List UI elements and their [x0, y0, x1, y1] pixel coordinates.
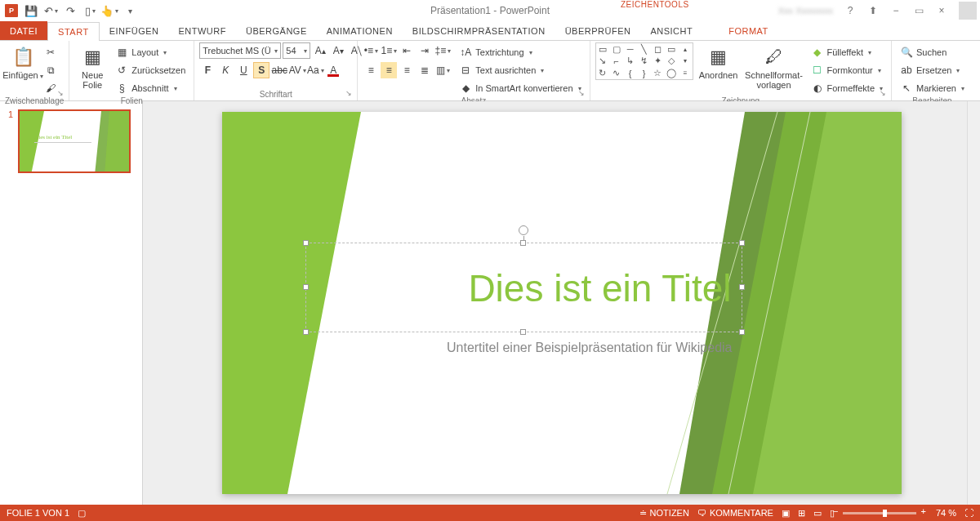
font-color-icon[interactable]: A: [325, 62, 341, 78]
shape-effects-button[interactable]: ◐Formeffekte▾: [808, 80, 887, 96]
tab-entwurf[interactable]: ENTWURF: [168, 21, 236, 40]
dialog-launcher-icon[interactable]: ↘: [57, 89, 67, 99]
replace-button[interactable]: abErsetzen▾: [897, 62, 968, 78]
rotate-handle[interactable]: [519, 225, 528, 235]
spellcheck-icon[interactable]: ▢: [78, 508, 86, 519]
resize-handle[interactable]: [739, 329, 745, 335]
dialog-launcher-icon[interactable]: ↘: [578, 89, 588, 99]
font-size-select[interactable]: 54▾: [283, 42, 310, 59]
tab-uebergaenge[interactable]: ÜBERGÄNGE: [236, 21, 317, 40]
restore-icon[interactable]: ▭: [910, 2, 928, 19]
account-name[interactable]: Xxx Xxxxxxxx: [778, 6, 833, 16]
resize-handle[interactable]: [303, 240, 309, 246]
text-direction-button[interactable]: ↕ATextrichtung▾: [456, 44, 584, 60]
dialog-launcher-icon[interactable]: ↘: [345, 89, 355, 99]
bold-icon[interactable]: F: [199, 62, 216, 78]
tab-animationen[interactable]: ANIMATIONEN: [317, 21, 403, 40]
italic-icon[interactable]: K: [217, 62, 234, 78]
align-right-icon[interactable]: ≡: [399, 62, 415, 78]
dialog-launcher-icon[interactable]: ↘: [880, 89, 889, 99]
align-center-icon[interactable]: ≡: [381, 62, 397, 78]
outline-icon: ☐: [811, 65, 824, 76]
resize-handle[interactable]: [303, 284, 309, 290]
tab-ansicht[interactable]: ANSICHT: [640, 21, 702, 40]
quick-styles-button[interactable]: 🖊 Schnellformat- vorlagen: [744, 42, 804, 90]
comments-button[interactable]: 🗨 KOMMENTARE: [697, 508, 773, 518]
align-text-button[interactable]: ⊟Text ausrichten▾: [456, 62, 584, 78]
slide[interactable]: Dies ist ein Titel Untertitel einer Beis…: [222, 112, 902, 494]
avatar[interactable]: [959, 2, 977, 20]
paste-label: Einfügen: [2, 70, 38, 80]
start-from-beginning-icon[interactable]: ▯▾: [82, 2, 98, 19]
layout-icon: ▦: [115, 47, 128, 58]
normal-view-icon[interactable]: ▣: [782, 508, 790, 519]
change-case-icon[interactable]: Aa▾: [307, 62, 323, 78]
ribbon: 📋 Einfügen▾ ✂ ⧉ 🖌 Zwischenablage ↘ ▦ Neu…: [0, 41, 980, 101]
underline-icon[interactable]: U: [235, 62, 252, 78]
new-slide-button[interactable]: ▦ Neue Folie: [74, 42, 110, 90]
bullets-icon[interactable]: •≡▾: [363, 42, 379, 59]
decrease-indent-icon[interactable]: ⇤: [399, 42, 415, 59]
justify-icon[interactable]: ≣: [416, 62, 433, 78]
tab-bildschirmpraesentation[interactable]: BILDSCHIRMPRÄSENTATION: [403, 21, 555, 40]
increase-indent-icon[interactable]: ⇥: [416, 42, 433, 59]
cut-icon[interactable]: ✂: [42, 44, 59, 60]
align-left-icon[interactable]: ≡: [363, 62, 379, 78]
reset-button[interactable]: ↺Zurücksetzen: [112, 62, 189, 78]
shrink-font-icon[interactable]: A▾: [330, 42, 346, 59]
columns-icon[interactable]: ▥▾: [434, 62, 451, 78]
zoom-slider[interactable]: [843, 512, 916, 514]
touch-mode-icon[interactable]: 👆▾: [101, 2, 118, 19]
slide-title-text[interactable]: Dies ist ein Titel: [306, 243, 742, 310]
shape-fill-button[interactable]: ◆Fülleffekt▾: [808, 44, 887, 60]
format-painter-icon[interactable]: 🖌: [42, 80, 59, 96]
notes-button[interactable]: ≐ NOTIZEN: [639, 508, 689, 519]
undo-icon[interactable]: ↶▾: [42, 2, 59, 19]
line-spacing-icon[interactable]: ‡≡▾: [434, 42, 451, 59]
shapes-gallery[interactable]: ▭▢─╲◻▭▴ ↘⌐↳↯✦◇▾ ↻∿{}☆◯≡: [595, 42, 693, 80]
paste-button[interactable]: 📋 Einfügen▾: [5, 42, 41, 82]
fit-to-window-icon[interactable]: ⛶: [964, 508, 973, 518]
app-icon[interactable]: P: [3, 2, 20, 19]
arrange-button[interactable]: ▦ Anordnen: [697, 42, 741, 80]
zoom-level[interactable]: 74 %: [936, 508, 956, 518]
find-button[interactable]: 🔍Suchen: [897, 44, 968, 60]
grow-font-icon[interactable]: A▴: [312, 42, 328, 59]
close-icon[interactable]: ×: [933, 2, 951, 19]
resize-handle[interactable]: [520, 329, 526, 335]
minimize-icon[interactable]: −: [887, 2, 905, 19]
tab-datei[interactable]: DATEI: [0, 21, 47, 40]
vertical-scrollbar[interactable]: [967, 101, 980, 505]
numbering-icon[interactable]: 1≡▾: [381, 42, 397, 59]
save-icon[interactable]: 💾: [23, 2, 39, 19]
resize-handle[interactable]: [303, 329, 309, 335]
tab-ueberpruefen[interactable]: ÜBERPRÜFEN: [555, 21, 641, 40]
tab-format[interactable]: FORMAT: [719, 21, 778, 40]
layout-button[interactable]: ▦Layout▾: [112, 44, 189, 60]
reading-view-icon[interactable]: ▭: [813, 508, 822, 519]
resize-handle[interactable]: [520, 240, 526, 246]
resize-handle[interactable]: [739, 284, 745, 290]
char-spacing-icon[interactable]: AV▾: [289, 62, 305, 78]
select-button[interactable]: ↖Markieren▾: [897, 80, 968, 96]
arrange-icon: ▦: [706, 46, 731, 69]
help-icon[interactable]: ?: [841, 2, 859, 19]
ribbon-display-icon[interactable]: ⬆: [864, 2, 882, 19]
redo-icon[interactable]: ↷: [62, 2, 78, 19]
tab-start[interactable]: START: [47, 22, 100, 41]
smartart-button[interactable]: ◆In SmartArt konvertieren▾: [456, 80, 584, 96]
copy-icon[interactable]: ⧉: [42, 62, 59, 78]
slide-subtitle-text[interactable]: Untertitel einer Beispielpräsentation fü…: [305, 341, 742, 355]
tab-einfuegen[interactable]: EINFÜGEN: [100, 21, 169, 40]
resize-handle[interactable]: [739, 240, 745, 246]
qat-customize-icon[interactable]: ▾: [121, 2, 137, 19]
shadow-icon[interactable]: S: [253, 62, 270, 78]
section-button[interactable]: §Abschnitt▾: [112, 80, 189, 96]
ribbon-tabs: DATEI START EINFÜGEN ENTWURF ÜBERGÄNGE A…: [0, 21, 980, 41]
slide-thumbnail[interactable]: Dies ist ein Titel: [18, 109, 131, 173]
sorter-view-icon[interactable]: ⊞: [798, 508, 805, 519]
shape-outline-button[interactable]: ☐Formkontur▾: [808, 62, 887, 78]
strikethrough-icon[interactable]: abc: [271, 62, 287, 78]
font-family-select[interactable]: Trebuchet MS (Ü▾: [199, 42, 281, 59]
title-textbox[interactable]: Dies ist ein Titel: [305, 243, 742, 332]
